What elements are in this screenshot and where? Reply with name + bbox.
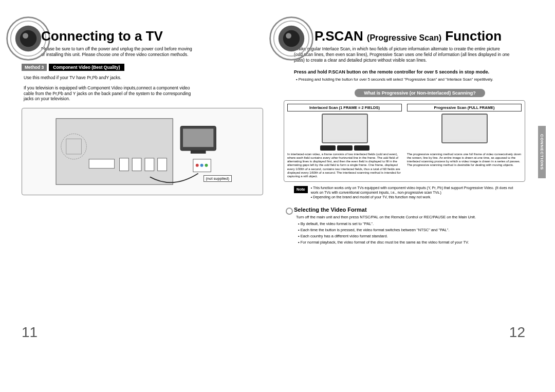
page-number-right: 12 [509, 324, 525, 341]
progressive-text: The progressive scanning method scans on… [407, 153, 522, 167]
page-title-right: P.SCAN (Progressive Scan) Function [314, 28, 502, 44]
interlaced-column: Interlaced Scan (1 FRAME = 2 FIELDS) In … [287, 104, 402, 178]
method-detail: If you television is equipped with Compo… [24, 85, 198, 102]
method-label: Component Video (Best Quality) [49, 64, 124, 71]
interlaced-header: Interlaced Scan (1 FRAME = 2 FIELDS) [287, 104, 402, 111]
note-text: This function works only on TVs equipped… [311, 186, 516, 199]
svg-point-4 [23, 33, 28, 39]
svg-point-17 [200, 164, 203, 167]
video-format-heading: Selecting the Video Format [294, 207, 525, 213]
svg-point-22 [283, 30, 300, 47]
format-intro: Turn off the main unit and then press NT… [296, 215, 522, 219]
svg-point-23 [286, 33, 291, 39]
method-row: Method 3 Component Video (Best Quality) [22, 64, 263, 71]
progressive-column: Progressive Scan (FULL FRAME) The progre… [407, 104, 522, 178]
svg-rect-14 [191, 151, 206, 154]
page-number-left: 11 [22, 324, 38, 341]
scanning-badge: What is Progressive (or Non-Interlaced) … [355, 89, 485, 97]
pscan-instruction: Press and hold P.SCAN button on the remo… [294, 69, 515, 75]
note-badge: Note [294, 186, 308, 193]
svg-rect-10 [145, 158, 154, 171]
title-sub: (Progressive Scan) [367, 33, 441, 42]
svg-rect-11 [158, 158, 167, 171]
intro-right: Unlike regular Interlace Scan, in which … [294, 46, 510, 63]
svg-rect-8 [120, 158, 129, 171]
progressive-screen-icon [441, 114, 488, 143]
method-desc: Use this method if your TV have Pr,Pb an… [24, 75, 263, 80]
svg-rect-5 [56, 119, 173, 184]
page-title-left: Connecting to a TV [41, 28, 163, 44]
field-boxes [320, 145, 369, 151]
svg-point-3 [20, 30, 36, 47]
svg-rect-13 [183, 128, 213, 147]
format-bullets: By default, the video format is set to "… [298, 221, 524, 246]
format-bullet-4: For normal playback, the video format of… [298, 239, 524, 246]
progressive-header: Progressive Scan (FULL FRAME) [407, 104, 522, 111]
title-main: P.SCAN [314, 28, 367, 44]
interlaced-text: In interlaced-scan video, a frame consis… [287, 153, 402, 178]
side-tab-connections: CONNECTIONS [538, 126, 546, 178]
note-2: Depending on the brand and model of your… [311, 195, 516, 200]
note-row: Note This function works only on TVs equ… [294, 186, 525, 199]
page-left: Connecting to a TV Please be sure to tur… [0, 46, 273, 392]
svg-point-18 [205, 164, 208, 167]
speaker-icon [268, 15, 314, 62]
title-end: Function [441, 28, 502, 44]
format-bullet-1: By default, the video format is set to "… [298, 221, 524, 227]
not-supplied-label: (not supplied) [203, 175, 232, 182]
pscan-instruction-bullet: Pressing and holding the button for over… [296, 77, 512, 82]
format-bullet-2: Each time the button is pressed, the vid… [298, 227, 524, 233]
svg-rect-7 [89, 159, 114, 169]
svg-rect-9 [132, 158, 141, 171]
interlaced-screen-icon [322, 114, 368, 143]
page-right: P.SCAN (Progressive Scan) Function Unlik… [273, 46, 555, 392]
svg-point-16 [196, 164, 199, 167]
method-badge: Method 3 [22, 64, 47, 71]
intro-left: Please be sure to turn off the power and… [41, 46, 195, 58]
scan-comparison-box: Interlaced Scan (1 FRAME = 2 FIELDS) In … [284, 100, 525, 182]
format-bullet-3: Each country has a different video forma… [298, 233, 524, 239]
note-1: This function works only on TVs equipped… [311, 186, 516, 195]
connection-diagram: (not supplied) [22, 108, 263, 195]
